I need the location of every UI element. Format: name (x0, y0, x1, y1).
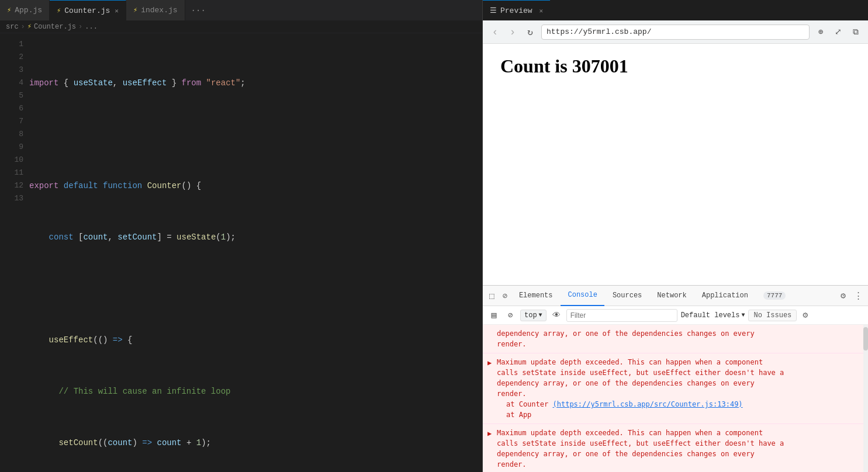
browser-refresh-button[interactable]: ↻ (524, 26, 537, 39)
console-message-1: dependency array, or one of the dependen… (483, 325, 868, 353)
tab-index-js-label: index.js (141, 6, 177, 15)
preview-tab-area: ☰ Preview ✕ (482, 0, 868, 20)
close-counter-js-button[interactable]: ✕ (115, 7, 119, 15)
counter-link[interactable]: (https://y5rmrl.csb.app/src/Counter.js:1… (552, 400, 742, 408)
app-js-icon: ⚡ (7, 6, 11, 15)
tab-sources[interactable]: Sources (606, 286, 649, 306)
line-numbers: 12345 678910 111213 (0, 33, 29, 472)
devtools-gear-button[interactable]: ⚙ (837, 290, 849, 301)
url-text: https://y5rmrl.csb.app/ (547, 27, 651, 36)
tab-app-js[interactable]: ⚡ App.js (0, 0, 50, 20)
tab-network-label: Network (657, 291, 686, 300)
browser-pin-button[interactable]: ⊕ (814, 26, 827, 39)
console-filter-input[interactable] (566, 309, 677, 322)
counter-js-icon: ⚡ (57, 6, 61, 15)
tabs-overflow-button[interactable]: ··· (185, 6, 212, 15)
tab-counter-js[interactable]: ⚡ Counter.js ✕ (50, 0, 126, 20)
console-msg-2-text: Maximum update depth exceeded. This can … (497, 358, 861, 420)
tab-sources-label: Sources (613, 291, 642, 300)
browser-forward-button[interactable]: › (506, 26, 519, 39)
devtools-panel: ⬚ ⊘ Elements Console Sources Network (483, 285, 868, 472)
breadcrumb: src › ⚡ Counter.js › ... (0, 20, 482, 33)
breadcrumb-dots: ... (85, 23, 98, 31)
no-issues-badge: No Issues (748, 310, 797, 321)
breadcrumb-icon: ⚡ (27, 22, 32, 31)
tab-index-js[interactable]: ⚡ index.js (126, 0, 185, 20)
console-msg-2-triangle[interactable]: ▶ (487, 358, 492, 368)
breadcrumb-sep2: › (78, 23, 82, 31)
context-dropdown[interactable]: top ▼ (520, 310, 547, 321)
console-msg-3-triangle[interactable]: ▶ (487, 428, 492, 439)
default-levels-arrow: ▼ (741, 312, 745, 318)
url-bar[interactable]: https://y5rmrl.csb.app/ (541, 25, 810, 40)
tab-application[interactable]: Application (695, 286, 755, 306)
tab-console-label: Console (568, 291, 597, 299)
tab-elements-label: Elements (519, 291, 553, 300)
preview-tab-icon: ☰ (490, 6, 497, 15)
console-sidebar-toggle[interactable]: ▤ (487, 309, 500, 322)
tab-preview[interactable]: ☰ Preview ✕ (483, 0, 550, 20)
devtools-tab-bar: ⬚ ⊘ Elements Console Sources Network (483, 286, 868, 306)
default-levels-dropdown[interactable]: Default levels ▼ (681, 311, 745, 320)
console-msg-1-text: dependency array, or one of the dependen… (497, 329, 755, 348)
console-toolbar: ▤ ⊘ top ▼ 👁 Default levels ▼ No Issues ⚙ (483, 306, 868, 325)
close-preview-button[interactable]: ✕ (540, 7, 544, 15)
console-scrollbar[interactable] (863, 325, 868, 472)
browser-popout-button[interactable]: ⧉ (849, 26, 862, 39)
tab-network[interactable]: Network (650, 286, 693, 306)
console-message-2: ▶ Maximum update depth exceeded. This ca… (483, 353, 868, 424)
tab-console[interactable]: Console (561, 286, 604, 306)
breadcrumb-src: src (6, 23, 19, 31)
preview-area: Count is 307001 (483, 44, 868, 285)
browser-back-button[interactable]: ‹ (489, 26, 502, 39)
preview-heading: Count is 307001 (500, 55, 850, 77)
browser-zoom-button[interactable]: ⤢ (832, 26, 845, 39)
console-scrollbar-thumb[interactable] (863, 327, 868, 350)
code-area: 12345 678910 111213 import { useState, u… (0, 33, 482, 472)
context-label: top (524, 311, 537, 320)
tab-app-js-label: App.js (15, 6, 42, 15)
editor-right-gutter (476, 33, 482, 472)
default-levels-label: Default levels (681, 311, 740, 320)
console-messages[interactable]: dependency array, or one of the dependen… (483, 325, 868, 472)
live-expressions-button[interactable]: 👁 (550, 309, 563, 322)
devtools-more-button[interactable]: ⋮ (852, 290, 865, 301)
tab-elements[interactable]: Elements (512, 286, 560, 306)
preview-tab-label: Preview (500, 6, 532, 15)
index-js-icon: ⚡ (133, 6, 137, 15)
tab-application-label: Application (702, 291, 748, 300)
breadcrumb-sep1: › (21, 23, 25, 31)
browser-toolbar: ‹ › ↻ https://y5rmrl.csb.app/ ⊕ ⤢ ⧉ (483, 20, 868, 44)
console-settings-button[interactable]: ⚙ (800, 310, 810, 321)
breadcrumb-file: Counter.js (34, 23, 76, 31)
devtools-inspect-icon[interactable]: ⬚ (486, 291, 497, 301)
devtools-error-badge: 7777 (763, 291, 786, 300)
code-editor[interactable]: import { useState, useEffect } from "rea… (29, 33, 476, 472)
context-arrow: ▼ (539, 312, 542, 318)
console-message-3: ▶ Maximum update depth exceeded. This ca… (483, 424, 868, 472)
console-msg-3-text: Maximum update depth exceeded. This can … (497, 429, 784, 468)
console-clear-button[interactable]: ⊘ (504, 309, 517, 322)
devtools-block-icon[interactable]: ⊘ (499, 291, 510, 301)
tab-counter-js-label: Counter.js (64, 6, 110, 15)
